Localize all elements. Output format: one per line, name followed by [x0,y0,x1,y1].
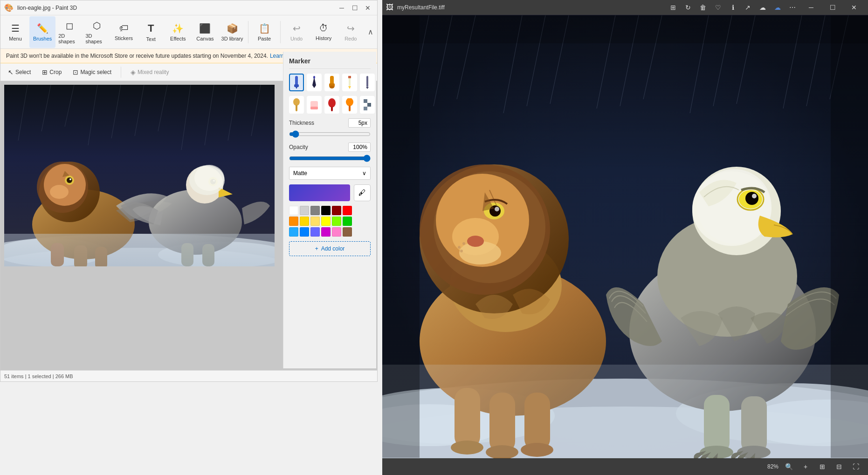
viewer-heart-btn[interactable]: ♡ [711,1,724,14]
close-button[interactable]: ✕ [362,2,373,14]
finish-label: Matte [293,170,307,176]
eyedropper-button[interactable]: 🖋 [354,184,371,201]
viewer-more-btn[interactable]: ⋯ [786,1,799,14]
opacity-slider[interactable] [289,155,371,162]
toolbar-history[interactable]: ⏱ History [310,16,337,48]
swatch-cyan[interactable] [289,227,298,237]
status-text: 51 items | 1 selected | 266 MB [4,373,73,379]
brush-calligraphy[interactable] [307,81,322,91]
title-bar-controls: ─ ☐ ✕ [336,2,373,14]
toolbar-3d-shapes[interactable]: ⬡ 3D shapes [83,16,110,48]
viewer-share-btn[interactable]: ↗ [741,1,754,14]
brush-pen[interactable] [360,81,375,91]
redo-label: Redo [344,36,357,41]
brush-pixel[interactable] [360,96,375,114]
toolbar-3d-library[interactable]: 📦 3D library [219,16,245,48]
menu-icon: ☰ [11,23,20,34]
toolbar-collapse-button[interactable]: ∧ [365,27,375,38]
svg-point-95 [462,242,465,245]
viewer-onedrive-btn[interactable]: ☁ [756,1,769,14]
viewer-minimize-btn[interactable]: ─ [801,0,821,15]
swatch-yellow[interactable] [321,217,331,226]
svg-rect-118 [382,15,420,458]
toolbar-canvas[interactable]: ⬛ Canvas [192,16,218,48]
thickness-slider[interactable] [289,130,371,138]
viewer-grid-btn[interactable]: ⊞ [816,460,829,473]
svg-rect-117 [382,365,868,458]
3d-library-icon: 📦 [227,23,238,34]
swatch-lime[interactable] [332,217,341,226]
swatch-purple[interactable] [321,227,331,237]
effects-label: Effects [170,36,186,41]
paste-label: Paste [258,36,271,41]
toolbar-stickers[interactable]: 🏷 Stickers [111,16,137,48]
toolbar-brushes[interactable]: ✏️ Brushes [29,16,55,48]
viewer-zoom-in-btn[interactable]: + [799,460,812,473]
brush-pencil[interactable] [342,81,357,91]
brush-fill[interactable] [342,96,357,114]
svg-point-96 [458,246,461,249]
swatch-orange[interactable] [289,217,298,226]
toolbar-2d-shapes[interactable]: ◻ 2D shapes [56,16,83,48]
effects-icon: ✨ [172,23,184,34]
viewer-zoom-controls: 82% 🔍 + ⊞ ⊟ ⛶ [767,460,862,473]
add-color-icon: + [315,245,318,252]
viewer-delete-btn[interactable]: 🗑 [696,1,710,14]
viewer-close-btn[interactable]: ✕ [844,0,864,15]
svg-rect-44 [349,81,351,86]
toolbar-separator-2 [280,21,281,43]
svg-marker-39 [296,87,297,89]
swatch-white[interactable] [289,206,298,215]
viewer-filmstrip-btn[interactable]: ⊟ [833,460,846,473]
brush-marker-a[interactable] [289,81,304,91]
viewer-onedrive2-btn[interactable]: ☁ [771,1,784,14]
swatch-black[interactable] [321,206,331,215]
brush-eraser[interactable] [307,96,322,114]
toolbar-effects[interactable]: ✨ Effects [165,16,191,48]
viewer-rotate-btn[interactable]: ↻ [682,1,695,14]
swatch-lightgray[interactable] [300,206,309,215]
toolbar-menu[interactable]: ☰ Menu [2,16,28,48]
magic-select-tool[interactable]: ⊡ Magic select [69,67,115,78]
select-tool[interactable]: ↖ Select [4,67,34,78]
maximize-button[interactable]: ☐ [349,2,360,14]
toolbar-undo[interactable]: ↩ Undo [283,16,310,48]
viewer-image-area[interactable] [382,15,868,458]
swatch-pink[interactable] [332,227,341,237]
add-color-button[interactable]: + Add color [289,241,371,256]
viewer-info-btn[interactable]: ℹ [726,1,739,14]
mixed-reality-tool[interactable]: ◈ Mixed reality [127,67,172,78]
finish-dropdown[interactable]: Matte ∨ [289,167,371,180]
viewer-fullscreen-btn[interactable]: ⛶ [849,460,862,473]
viewer-toolbar: ⊞ ↻ 🗑 ♡ ℹ ↗ ☁ ☁ ⋯ [667,1,799,14]
brush-spray[interactable] [324,96,339,114]
swatch-green[interactable] [343,217,352,226]
viewer-title-controls: ─ ☐ ✕ [801,0,864,15]
secondary-separator [121,67,121,78]
toolbar-redo[interactable]: ↪ Redo [338,16,364,48]
viewer-zoom-out-btn[interactable]: 🔍 [782,460,795,473]
brush-oil[interactable] [324,81,339,91]
swatch-red[interactable] [343,206,352,215]
mixed-reality-icon: ◈ [131,68,136,76]
toolbar-paste[interactable]: 📋 Paste [251,16,277,48]
swatch-gray[interactable] [310,206,320,215]
swatch-lightyellow[interactable] [310,217,320,226]
minimize-button[interactable]: ─ [336,2,347,14]
viewer-app-icon: 🖼 [386,3,393,12]
viewer-maximize-btn[interactable]: ☐ [822,0,843,15]
viewer-svg [382,15,868,458]
brush-watercolor[interactable] [289,96,304,114]
crop-tool[interactable]: ⊞ Crop [38,67,65,78]
select-icon: ↖ [8,68,14,76]
swatch-gold[interactable] [300,217,309,226]
thickness-value: 5px [348,118,371,128]
swatch-darkred[interactable] [332,206,341,215]
toolbar-text[interactable]: T Text [138,16,164,48]
swatch-blue[interactable] [300,227,309,237]
text-label: Text [146,36,156,42]
current-color-preview[interactable] [289,184,350,201]
swatch-brown[interactable] [343,227,352,237]
viewer-fit-btn[interactable]: ⊞ [667,1,680,14]
swatch-indigo[interactable] [310,227,320,237]
